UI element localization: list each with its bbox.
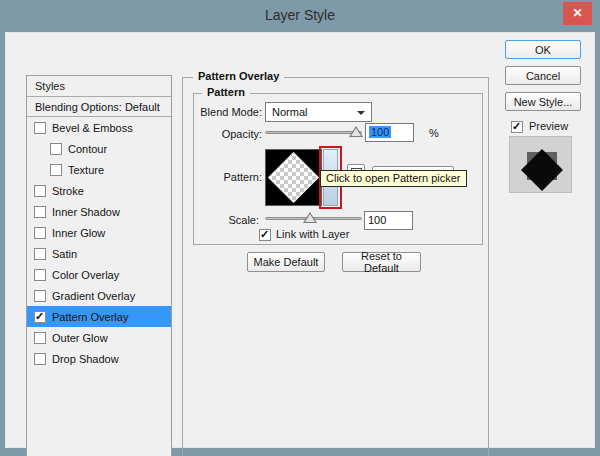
chevron-down-icon: [357, 111, 365, 115]
sidebar-item-label: Drop Shadow: [52, 353, 119, 365]
checkbox[interactable]: [34, 206, 46, 218]
sidebar-item-contour[interactable]: Contour: [27, 138, 171, 159]
blend-mode-dropdown[interactable]: Normal: [265, 102, 372, 122]
scale-value: 100: [368, 214, 386, 226]
checkbox[interactable]: [50, 143, 62, 155]
panel-title: Pattern Overlay: [193, 70, 284, 82]
close-button[interactable]: ✕: [563, 2, 592, 25]
scale-label: Scale:: [180, 214, 259, 226]
sidebar-item-color-overlay[interactable]: Color Overlay: [27, 264, 171, 285]
sidebar-item-label: Bevel & Emboss: [52, 122, 133, 134]
checkbox[interactable]: [34, 311, 46, 323]
new-style-button[interactable]: New Style...: [505, 92, 581, 111]
sidebar-item-bevel-emboss[interactable]: Bevel & Emboss: [27, 117, 171, 138]
make-default-button[interactable]: Make Default: [247, 252, 325, 272]
preview-checkbox[interactable]: [511, 121, 523, 133]
title-bar: Layer Style ✕: [0, 0, 600, 32]
ok-button[interactable]: OK: [505, 40, 581, 59]
opacity-slider-track[interactable]: [265, 131, 362, 134]
scale-slider[interactable]: [265, 210, 362, 226]
link-with-layer-label: Link with Layer: [276, 228, 349, 240]
tooltip: Click to open Pattern picker: [320, 170, 467, 187]
sidebar-item-label: Pattern Overlay: [52, 311, 128, 323]
sidebar-item-inner-shadow[interactable]: Inner Shadow: [27, 201, 171, 222]
sidebar-item-label: Stroke: [52, 185, 84, 197]
window-title: Layer Style: [0, 0, 600, 32]
sidebar-item-pattern-overlay[interactable]: Pattern Overlay: [27, 306, 171, 327]
scale-slider-thumb[interactable]: [303, 212, 317, 223]
blend-mode-label: Blend Mode:: [183, 106, 262, 118]
scale-field[interactable]: 100: [364, 211, 413, 230]
preview-label: Preview: [529, 120, 568, 132]
pattern-overlay-panel: Pattern Overlay Pattern Blend Mode: Norm…: [182, 77, 489, 456]
sidebar-item-label: Outer Glow: [52, 332, 108, 344]
sidebar-item-label: Inner Glow: [52, 227, 105, 239]
opacity-label: Opacity:: [183, 128, 262, 140]
reset-to-default-button[interactable]: Reset to Default: [342, 252, 421, 272]
pattern-thumbnail[interactable]: [265, 149, 322, 206]
checkbox[interactable]: [50, 164, 62, 176]
group-title: Pattern: [202, 86, 250, 98]
checkbox[interactable]: [34, 122, 46, 134]
layer-style-dialog: Layer Style ✕ Styles Blending Options: D…: [0, 0, 600, 456]
sidebar-item-blending-options-default[interactable]: Blending Options: Default: [27, 97, 171, 117]
sidebar-item-texture[interactable]: Texture: [27, 159, 171, 180]
sidebar-item-label: Color Overlay: [52, 269, 119, 281]
blend-mode-value: Normal: [272, 106, 307, 118]
opacity-slider-thumb[interactable]: [349, 126, 363, 137]
sidebar-item-label: Satin: [52, 248, 77, 260]
sidebar-item-label: Inner Shadow: [52, 206, 120, 218]
sidebar-item-satin[interactable]: Satin: [27, 243, 171, 264]
checkbox[interactable]: [34, 185, 46, 197]
sidebar-item-inner-glow[interactable]: Inner Glow: [27, 222, 171, 243]
opacity-field[interactable]: 100: [365, 123, 414, 142]
opacity-slider[interactable]: [265, 124, 362, 140]
sidebar-item-label: Blending Options: Default: [35, 101, 160, 113]
checkbox[interactable]: [34, 332, 46, 344]
styles-list: Styles Blending Options: DefaultBevel & …: [26, 75, 172, 456]
styles-list-header[interactable]: Styles: [27, 76, 171, 97]
checkbox[interactable]: [34, 353, 46, 365]
sidebar-item-drop-shadow[interactable]: Drop Shadow: [27, 348, 171, 369]
checkbox[interactable]: [34, 290, 46, 302]
pattern-label: Pattern:: [183, 171, 262, 183]
sidebar-item-label: Texture: [68, 164, 104, 176]
checker-diamond-pattern: [268, 152, 319, 203]
checkbox[interactable]: [34, 248, 46, 260]
style-preview-thumbnail: [509, 136, 572, 193]
sidebar-item-gradient-overlay[interactable]: Gradient Overlay: [27, 285, 171, 306]
opacity-value: 100: [369, 126, 391, 138]
checkbox[interactable]: [34, 227, 46, 239]
sidebar-item-outer-glow[interactable]: Outer Glow: [27, 327, 171, 348]
sidebar-item-label: Contour: [68, 143, 107, 155]
link-with-layer-checkbox[interactable]: [259, 229, 271, 241]
cancel-button[interactable]: Cancel: [505, 66, 581, 85]
sidebar-item-label: Gradient Overlay: [52, 290, 135, 302]
sidebar-item-stroke[interactable]: Stroke: [27, 180, 171, 201]
checkbox[interactable]: [34, 269, 46, 281]
opacity-unit: %: [429, 127, 439, 139]
